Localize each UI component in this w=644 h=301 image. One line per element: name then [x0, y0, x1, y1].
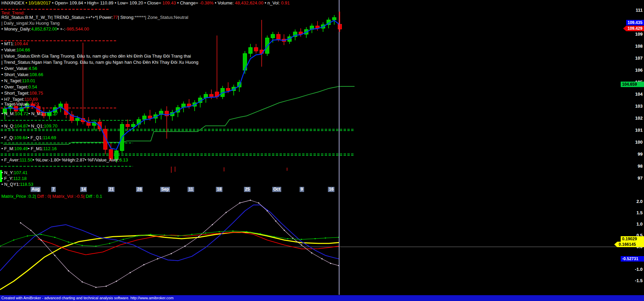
matrix-thistle-marker [82, 281, 83, 282]
axis-tick-label: 107 [627, 56, 643, 61]
matrix-green-marker [137, 236, 138, 237]
date-label-14: 14 [80, 187, 87, 192]
matrix-green-marker [109, 243, 110, 244]
status-text: Created with AmiBroker - advanced charti… [1, 296, 174, 300]
axis-tick-label: 108 [627, 44, 643, 49]
date-label-oct: Oct [272, 187, 281, 192]
candle-bullish [3, 109, 7, 113]
axis-tick-label: 97 [627, 176, 643, 181]
candle-bullish [332, 17, 336, 20]
candle-bullish [131, 124, 135, 127]
axis-tick-label: 99 [627, 152, 643, 157]
axis-tick-label: 109 [627, 32, 643, 37]
matrix-green-marker [164, 234, 165, 236]
matrix-thistle-marker [41, 240, 42, 241]
axis-tick-label: 111 [627, 8, 643, 13]
matrix-thistle-marker [275, 220, 276, 221]
axis-tick-label: 101 [627, 128, 643, 133]
matrix-thistle-marker [54, 255, 55, 256]
left-edge-marker [0, 170, 2, 182]
amibroker-chart-window: HNXINDEX • 10/18/2017 • Open= 109.84 • H… [0, 0, 644, 301]
axis-tick-label: 2.0 [627, 199, 643, 204]
matrix-thistle-marker [30, 230, 32, 231]
price-badge: 109.435 [626, 20, 644, 25]
matrix-thistle-marker [130, 272, 131, 273]
matrix-green-marker [13, 240, 14, 241]
axis-tick-label: -1.0 [627, 267, 643, 272]
date-label-28: 28 [136, 187, 143, 192]
price-badge: 0.19029 [621, 236, 644, 242]
candle-bearish [338, 24, 342, 29]
matrix-thistle-marker [330, 263, 331, 264]
candle-bearish [64, 104, 68, 115]
matrix-thistle-marker [250, 200, 251, 201]
date-label-11: 11 [188, 187, 194, 192]
axis-tick-label: 106 [627, 68, 643, 73]
date-label-9: 9 [300, 187, 304, 192]
candle-bearish [226, 88, 230, 91]
axis-tick-label: 1.0 [627, 221, 643, 227]
matrix-thistle-marker [258, 202, 259, 203]
matrix-green-marker [178, 236, 179, 237]
value-step-line [3, 86, 355, 144]
matrix-green-marker [325, 238, 326, 239]
date-label-18: 18 [216, 187, 222, 192]
matrix-thistle-marker [96, 287, 97, 288]
matrix-green-marker [54, 237, 55, 238]
date-label-25: 25 [244, 187, 250, 192]
matrix-green-marker [315, 238, 316, 239]
matrix-thistle-marker [226, 212, 227, 213]
candle-bearish [109, 149, 113, 159]
axis-tick-label: -1.5 [627, 278, 643, 283]
candle-bullish [143, 116, 146, 120]
price-badge: 109.429 [626, 26, 644, 31]
matrix-thistle-marker [198, 236, 199, 237]
matrix-thistle-marker [239, 202, 240, 203]
matrix-thistle-marker [311, 252, 312, 253]
chart-canvas[interactable] [0, 0, 644, 301]
matrix-thistle-marker [68, 270, 69, 271]
candle-bearish [254, 48, 258, 51]
matrix-red-line [38, 232, 339, 255]
candle-bullish [249, 48, 252, 54]
matrix-green-marker [233, 230, 234, 231]
matrix-thistle-marker [171, 253, 172, 254]
matrix-thistle-marker [322, 258, 323, 259]
axis-tick-label: 104 [627, 92, 643, 97]
matrix-thistle-marker [267, 210, 268, 212]
matrix-thistle-marker [185, 246, 186, 247]
matrix-green-marker [150, 234, 151, 235]
candle-bullish [75, 118, 79, 121]
matrix-green-marker [82, 245, 83, 246]
axis-tick-label: 103 [627, 104, 643, 109]
price-badge: -0.52731 [621, 256, 644, 262]
matrix-green-marker [191, 234, 193, 235]
matrix-thistle-marker [116, 281, 117, 282]
axis-tick-label: 102 [627, 116, 643, 121]
matrix-thistle-line [21, 200, 339, 287]
matrix-thistle-marker [106, 286, 107, 287]
matrix-green-marker [246, 231, 247, 232]
axis-tick-label: 1.5 [627, 210, 643, 215]
matrix-thistle-marker [293, 238, 294, 239]
matrix-green-marker [68, 242, 69, 243]
status-bar: Created with AmiBroker - advanced charti… [0, 295, 644, 301]
matrix-green-marker [27, 236, 28, 237]
matrix-thistle-marker [301, 244, 302, 245]
matrix-green-marker [274, 236, 275, 237]
price-badge: 104.659 [621, 82, 644, 87]
matrix-green-marker [287, 238, 288, 239]
matrix-thistle-marker [157, 258, 158, 259]
matrix-thistle-marker [212, 224, 213, 225]
matrix-thistle-marker [144, 264, 145, 265]
candle-bullish [115, 151, 119, 159]
matrix-green-marker [301, 239, 302, 240]
date-label-sep: Sep [160, 187, 170, 192]
axis-tick-label: 100 [627, 140, 643, 145]
axis-tick-label: 98 [627, 164, 643, 169]
matrix-green-marker [205, 232, 206, 233]
candle-bearish [148, 116, 152, 118]
matrix-thistle-marker [20, 222, 21, 224]
matrix-green-marker [41, 234, 42, 235]
matrix-green-marker [260, 233, 261, 234]
